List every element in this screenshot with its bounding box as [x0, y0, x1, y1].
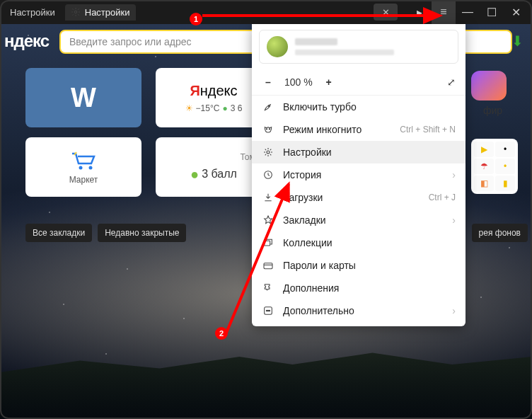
- cart-icon: [69, 149, 98, 171]
- main-menu-dropdown: – 100 % + ⤢ Включить турбо Режим инкогни…: [252, 24, 466, 326]
- tile-score: ● 3 балл: [190, 166, 237, 183]
- scroll-right-button[interactable]: ▸: [407, 0, 432, 24]
- efir-tile-icon[interactable]: [471, 71, 507, 101]
- chip-recently-closed[interactable]: Недавно закрытые: [98, 224, 186, 242]
- shortcut-label: Ctrl + Shift + N: [400, 125, 456, 134]
- menu-item-passwords[interactable]: Пароли и карты: [252, 254, 466, 277]
- collections-icon: [262, 237, 274, 248]
- menu-item-history[interactable]: История ›: [252, 163, 466, 186]
- menu-item-more[interactable]: Дополнительно ›: [252, 299, 466, 322]
- mask-icon: [262, 124, 274, 135]
- svg-point-0: [74, 11, 77, 13]
- tile-subtitle: ☀ −15°C ● 3 6: [185, 103, 243, 113]
- menu-item-settings[interactable]: Настройки: [252, 141, 466, 163]
- download-icon[interactable]: ⬇: [511, 33, 524, 50]
- tile-vk[interactable]: W: [25, 68, 141, 127]
- chevron-right-icon: ›: [452, 214, 456, 226]
- yandex-logo: ндекс: [4, 31, 49, 51]
- search-placeholder: Введите запрос или адрес: [69, 36, 192, 47]
- tab-label: Настройки: [85, 7, 130, 18]
- zoom-in-button[interactable]: +: [323, 76, 335, 88]
- pinned-tab[interactable]: Настройки: [4, 4, 61, 21]
- svg-point-11: [266, 310, 267, 311]
- menu-item-incognito[interactable]: Режим инкогнито Ctrl + Shift + N: [252, 118, 466, 141]
- svg-point-12: [267, 310, 268, 311]
- menu-item-addons[interactable]: Дополнения: [252, 277, 466, 299]
- menu-item-downloads[interactable]: Загрузки Ctrl + J: [252, 186, 466, 209]
- menu-item-bookmarks[interactable]: Закладки ›: [252, 209, 466, 231]
- vk-logo: W: [71, 83, 96, 113]
- clock-icon: ●: [222, 103, 227, 113]
- profile-info-blurred: [295, 38, 451, 55]
- menu-item-collections[interactable]: Коллекции: [252, 231, 466, 254]
- shortcut-label: Ctrl + J: [429, 193, 456, 202]
- svg-point-3: [268, 105, 270, 107]
- svg-point-5: [269, 129, 270, 130]
- chip-all-bookmarks[interactable]: Все закладки: [25, 224, 92, 242]
- efir-label: фир: [483, 105, 502, 116]
- bookmark-chips: Все закладки Недавно закрытые: [25, 224, 186, 242]
- svg-point-1: [79, 166, 83, 170]
- card-icon: [262, 260, 274, 271]
- zoom-value: 100 %: [284, 76, 313, 88]
- minimize-button[interactable]: —: [456, 0, 480, 24]
- zoom-out-button[interactable]: –: [262, 76, 274, 88]
- annotation-step-1: 1: [190, 13, 202, 25]
- gear-icon: [71, 7, 81, 17]
- tile-market[interactable]: Маркет: [25, 137, 141, 197]
- svg-point-13: [269, 310, 270, 311]
- annotation-step-2: 2: [215, 327, 228, 340]
- clock-icon: [262, 169, 274, 180]
- hamburger-menu-button[interactable]: ≡: [432, 0, 456, 24]
- gear-icon: [262, 147, 274, 158]
- zoom-row: – 100 % + ⤢: [252, 72, 466, 96]
- puzzle-icon: [262, 282, 274, 294]
- svg-point-4: [266, 129, 267, 130]
- star-icon: [262, 214, 274, 226]
- more-icon: [262, 305, 274, 316]
- chevron-right-icon: ›: [452, 305, 456, 316]
- rocket-icon: [262, 101, 274, 113]
- menu-item-turbo[interactable]: Включить турбо: [252, 96, 466, 118]
- profile-card[interactable]: [259, 30, 458, 64]
- download-icon: [262, 192, 274, 203]
- close-window-button[interactable]: ✕: [504, 0, 528, 24]
- chip-bg-gallery[interactable]: рея фонов: [472, 224, 528, 242]
- tab-close-button[interactable]: ✕: [374, 4, 398, 21]
- tab-label: Настройки: [10, 7, 55, 18]
- fullscreen-icon[interactable]: ⤢: [447, 76, 456, 88]
- svg-rect-8: [265, 241, 270, 246]
- svg-point-6: [267, 151, 270, 154]
- active-tab[interactable]: Настройки: [65, 4, 136, 21]
- tab-bar: Настройки Настройки ✕ ▸ ≡ — ☐ ✕: [0, 0, 532, 24]
- chevron-right-icon: ›: [452, 169, 456, 180]
- background-mini-gallery[interactable]: ▶• ☂• ◧▮: [471, 139, 518, 194]
- tile-title: Яндекс: [190, 83, 237, 99]
- sun-icon: ☀: [185, 103, 193, 113]
- svg-rect-9: [264, 263, 272, 269]
- leaf-icon: ●: [190, 166, 199, 183]
- tile-label: Маркет: [69, 175, 98, 185]
- svg-point-2: [89, 166, 93, 170]
- maximize-button[interactable]: ☐: [480, 0, 504, 24]
- avatar-icon: [267, 36, 288, 57]
